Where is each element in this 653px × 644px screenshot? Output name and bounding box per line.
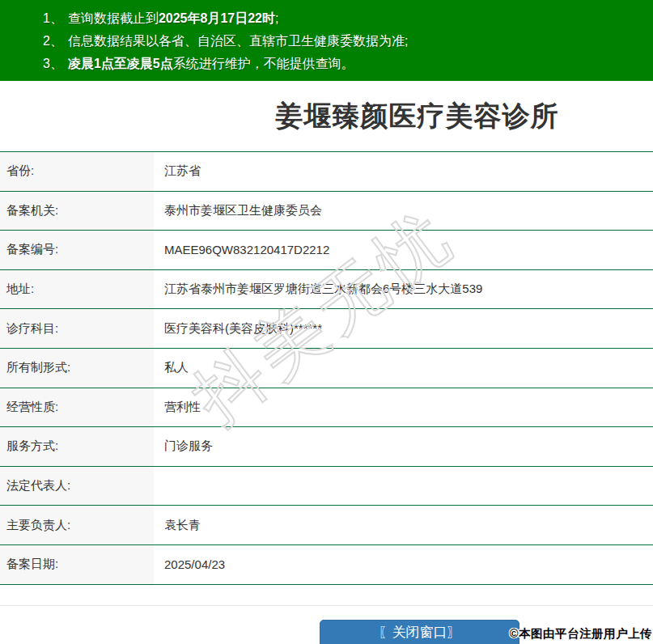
registration-info-table: 省份: 江苏省 备案机关: 泰州市姜堰区卫生健康委员会 备案编号: MAEE96… xyxy=(0,151,653,585)
row-value: 2025/04/23 xyxy=(154,545,653,584)
copyright-overlay: ©本图由平台注册用户上传 xyxy=(510,626,652,642)
page-title: 姜堰臻颜医疗美容诊所 xyxy=(181,99,653,133)
notice-line-1: 1、查询数据截止到2025年8月17日22时; xyxy=(43,7,645,30)
notice-banner: 1、查询数据截止到2025年8月17日22时; 2、信息数据结果以各省、自治区、… xyxy=(0,0,653,81)
row-label: 备案编号: xyxy=(0,231,154,269)
row-label: 地址: xyxy=(0,270,154,309)
notice-text: ; xyxy=(275,11,278,25)
row-value: 营利性 xyxy=(154,388,653,427)
notice-text: 查询数据截止到 xyxy=(68,11,159,25)
table-row-departments: 诊疗科目: 医疗美容科(美容皮肤科)****** xyxy=(0,309,653,349)
notice-text: 系统进行维护，不能提供查询。 xyxy=(173,57,354,70)
row-value: 门诊服务 xyxy=(154,427,653,466)
table-row-authority: 备案机关: 泰州市姜堰区卫生健康委员会 xyxy=(0,192,653,231)
notice-line-3: 3、凌晨1点至凌晨5点系统进行维护，不能提供查询。 xyxy=(43,53,645,75)
table-row-record-date: 备案日期: 2025/04/23 xyxy=(0,545,653,585)
notice-text-bold: 2025年8月17日22时 xyxy=(159,11,275,25)
row-label: 所有制形式: xyxy=(0,349,154,388)
divider-line xyxy=(0,605,653,606)
row-label: 主要负责人: xyxy=(0,506,154,544)
title-area: 姜堰臻颜医疗美容诊所 xyxy=(181,81,653,151)
row-value: 泰州市姜堰区卫生健康委员会 xyxy=(154,192,653,231)
row-label: 经营性质: xyxy=(0,388,154,427)
row-value: 私人 xyxy=(154,349,653,388)
notice-number: 3、 xyxy=(43,57,63,70)
notice-number: 1、 xyxy=(43,11,63,25)
row-label: 备案日期: xyxy=(0,545,154,584)
notice-line-2: 2、信息数据结果以各省、自治区、直辖市卫生健康委数据为准; xyxy=(43,30,645,53)
table-row-legal-representative: 法定代表人: xyxy=(0,467,653,506)
row-value: MAEE96QW832120417D2212 xyxy=(154,231,653,269)
notice-text-bold: 凌晨1点至凌晨5点 xyxy=(68,57,173,70)
row-label: 省份: xyxy=(0,152,154,191)
notice-text: 信息数据结果以各省、自治区、直辖市卫生健康委数据为准; xyxy=(68,34,408,48)
row-value: 江苏省 xyxy=(154,152,653,191)
row-label: 诊疗科目: xyxy=(0,309,154,348)
row-label: 法定代表人: xyxy=(0,467,154,506)
table-row-province: 省份: 江苏省 xyxy=(0,152,653,192)
row-label: 服务方式: xyxy=(0,427,154,466)
row-value xyxy=(154,467,653,506)
table-row-principal: 主要负责人: 袁长青 xyxy=(0,506,653,545)
row-value: 医疗美容科(美容皮肤科)****** xyxy=(154,309,653,348)
row-label: 备案机关: xyxy=(0,192,154,231)
table-row-ownership: 所有制形式: 私人 xyxy=(0,349,653,388)
notice-number: 2、 xyxy=(43,34,63,48)
table-row-service-mode: 服务方式: 门诊服务 xyxy=(0,427,653,467)
table-row-business-nature: 经营性质: 营利性 xyxy=(0,388,653,428)
row-value: 江苏省泰州市姜堰区罗塘街道三水新都会6号楼三水大道539 xyxy=(154,270,653,309)
row-value: 袁长青 xyxy=(154,506,653,544)
close-window-button[interactable]: 〖关闭窗口〗 xyxy=(320,620,519,644)
table-row-record-number: 备案编号: MAEE96QW832120417D2212 xyxy=(0,231,653,270)
table-row-address: 地址: 江苏省泰州市姜堰区罗塘街道三水新都会6号楼三水大道539 xyxy=(0,270,653,310)
